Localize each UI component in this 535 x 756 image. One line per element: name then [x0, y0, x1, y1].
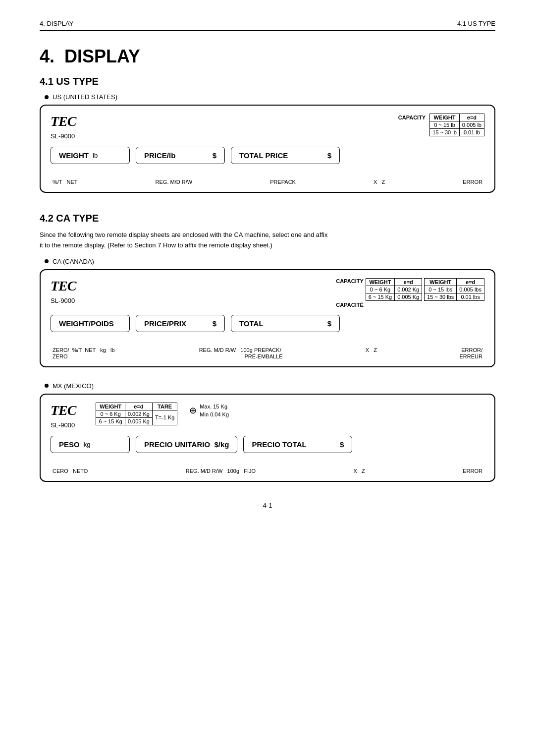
subsection-title-us: 4.1 US TYPE [40, 76, 495, 87]
bullet-canada: CA (CANADA) [45, 258, 495, 265]
mx-boxes-row: PESO kg PRECIO UNITARIO $/kg PRECIO TOTA… [51, 436, 484, 453]
us-logo-group: TEC SL-9000 [51, 114, 76, 140]
ca-status-row2: ZERO PRÉ-EMBALLÉ ERREUR [51, 353, 484, 359]
section-title: 4. DISPLAY [40, 46, 495, 67]
mx-price-box: PRECIO UNITARIO $/kg [136, 436, 237, 453]
ca-price-currency: $ [213, 319, 216, 328]
us-cap-header-weight: WEIGHT [430, 114, 460, 121]
us-price-box: PRICE/lb $ [136, 147, 225, 164]
mx-capacity-table: WEIGHT e=d TARE 0 ~ 6 Kg 0.002 Kg T=-1 K… [96, 403, 177, 425]
us-total-currency: $ [327, 151, 331, 160]
us-cap-row-1: 0 ~ 15 lb 0.005 lb [430, 121, 484, 129]
ca-tec-logo: TEC [51, 278, 76, 294]
ca-capacity-label: CAPACITY [336, 278, 363, 284]
ca-st-error: ERROR/ [461, 347, 482, 353]
section-4-1: 4.1 US TYPE US (UNITED STATES) TEC SL-90… [40, 76, 495, 193]
us-price-currency: $ [213, 151, 216, 160]
us-cap-header-ed: e=d [459, 114, 484, 121]
bullet-us: US (UNITED STATES) [45, 93, 495, 101]
ca-mexico-block: MX (MEXICO) TEC SL-9000 WEIGHT e=d TARE [40, 382, 495, 482]
ca-st-reg: REG. M/D R/W 100g PREPACK/ [199, 347, 281, 353]
us-status-error: ERROR [463, 179, 482, 185]
bullet-canada-label: CA (CANADA) [53, 258, 94, 265]
ca-table-metric: WEIGHT e=d 0 ~ 6 Kg 0.002 Kg 6 [366, 278, 422, 301]
ca-capacity-group: CAPACITY WEIGHT e=d 0 ~ 6 Kg [336, 278, 484, 308]
us-price-label: PRICE/lb [144, 151, 175, 160]
bullet-dot [45, 95, 49, 99]
ca-capacite-row: CAPACITÉ [336, 302, 484, 308]
ca-model: SL-9000 [51, 297, 76, 304]
mx-st-error: ERROR [463, 468, 482, 474]
mx-price-label: PRECIO UNITARIO $/kg [144, 440, 229, 449]
ca-price-box: PRICE/PRIX $ [136, 315, 225, 332]
ca-st-zero2: ZERO [53, 353, 68, 359]
ca-capacity-row1: CAPACITY WEIGHT e=d 0 ~ 6 Kg [336, 278, 484, 301]
bullet-mexico-label: MX (MEXICO) [53, 382, 94, 390]
ca-panel-top: TEC SL-9000 CAPACITY WEIGHT e=d [51, 278, 484, 308]
mx-right-group: WEIGHT e=d TARE 0 ~ 6 Kg 0.002 Kg T=-1 K… [96, 403, 229, 425]
section-4-2: 4.2 CA TYPE Since the following two remo… [40, 213, 495, 482]
ca-display-panel: TEC SL-9000 CAPACITY WEIGHT e=d [40, 269, 495, 367]
mx-max: Max. 15 Kg [200, 403, 229, 411]
mx-status-row: CERO NETO REG. M/D R/W 100g FIJO X Z ERR… [51, 468, 484, 474]
us-weight-box: WEIGHT lb [51, 147, 130, 164]
us-capacity-label: CAPACITY [398, 114, 426, 120]
ca-st-erreur: ERREUR [460, 353, 482, 359]
us-model: SL-9000 [51, 132, 76, 140]
us-status-prepack: PREPACK [270, 179, 296, 185]
mx-logo-group: TEC SL-9000 [51, 403, 76, 429]
us-cap-r2-weight: 15 ~ 30 lb [430, 129, 460, 136]
bullet-us-label: US (UNITED STATES) [53, 93, 117, 101]
ca-capacite-label: CAPACITÉ [336, 302, 363, 308]
us-total-box: TOTAL PRICE $ [231, 147, 340, 164]
us-boxes-row: WEIGHT lb PRICE/lb $ TOTAL PRICE $ [51, 147, 484, 164]
us-status-xz: X Z [374, 179, 385, 185]
bullet-mexico: MX (MEXICO) [45, 382, 495, 390]
ca-total-currency: $ [327, 319, 331, 328]
mx-total-box: PRECIO TOTAL $ [243, 436, 352, 453]
mx-panel-top: TEC SL-9000 WEIGHT e=d TARE [51, 403, 484, 429]
us-capacity-wrapper: CAPACITY WEIGHT e=d 0 ~ 15 lb 0.005 lb [398, 114, 484, 136]
us-cap-r1-weight: 0 ~ 15 lb [430, 121, 460, 129]
mx-min: Min 0.04 Kg [200, 410, 229, 419]
ca-price-label: PRICE/PRIX [144, 319, 186, 328]
balance-icon: ⊕ [189, 405, 197, 416]
ca-weight-label: WEIGHT/POIDS [59, 319, 114, 328]
ca-canada-block: CA (CANADA) TEC SL-9000 CAPACITY WEIGHT [40, 258, 495, 367]
ca-total-label: TOTAL [239, 319, 264, 328]
ca-status-group: ZERO/ %/T NET kg lb REG. M/D R/W 100g PR… [51, 347, 484, 359]
mx-total-label: PRECIO TOTAL [252, 440, 306, 449]
page-number: 4-1 [40, 502, 495, 509]
us-cap-row-2: 15 ~ 30 lb 0.01 lb [430, 129, 484, 136]
mx-max-min: Max. 15 Kg Min 0.04 Kg [200, 403, 229, 419]
mx-display-panel: TEC SL-9000 WEIGHT e=d TARE [40, 394, 495, 482]
ca-boxes-row: WEIGHT/POIDS PRICE/PRIX $ TOTAL $ [51, 315, 484, 332]
us-capacity-table: WEIGHT e=d 0 ~ 15 lb 0.005 lb 15 ~ 30 lb… [429, 114, 484, 136]
ca-table-imperial: WEIGHT e=d 0 ~ 15 lbs 0.005 lbs [424, 278, 484, 301]
ca-status-row1: ZERO/ %/T NET kg lb REG. M/D R/W 100g PR… [51, 347, 484, 353]
us-cap-r2-ed: 0.01 lb [459, 129, 484, 136]
mx-st-xz: X Z [354, 468, 365, 474]
us-status-pct: %/T NET [53, 179, 78, 185]
mx-peso-unit: kg [84, 441, 91, 448]
mx-peso-label: PESO [59, 440, 80, 449]
us-total-label: TOTAL PRICE [239, 151, 288, 160]
tec-logo: TEC [51, 114, 76, 129]
mx-peso-box: PESO kg [51, 436, 130, 453]
mx-st-cero: CERO NETO [53, 468, 88, 474]
bullet-dot-mx [45, 384, 49, 388]
ca-description: Since the following two remote display s… [40, 230, 495, 251]
page-header: 4. DISPLAY 4.1 US TYPE [40, 20, 495, 31]
ca-st-pre: PRÉ-EMBALLÉ [245, 353, 283, 359]
mx-tec-logo: TEC [51, 403, 76, 418]
us-cap-r1-ed: 0.005 lb [459, 121, 484, 129]
us-status-reg: REG. M/D R/W [156, 179, 193, 185]
us-display-panel: TEC SL-9000 CAPACITY WEIGHT e=d 0 ~ 15 l… [40, 105, 495, 193]
us-weight-label: WEIGHT [59, 151, 89, 160]
ca-weight-box: WEIGHT/POIDS [51, 315, 130, 332]
us-panel-top: TEC SL-9000 CAPACITY WEIGHT e=d 0 ~ 15 l… [51, 114, 484, 140]
ca-st-xz: X Z [366, 347, 377, 353]
mx-model: SL-9000 [51, 421, 76, 429]
mx-st-reg: REG. M/D R/W 100g FIJO [186, 468, 256, 474]
us-status-row: %/T NET REG. M/D R/W PREPACK X Z ERROR [51, 179, 484, 185]
